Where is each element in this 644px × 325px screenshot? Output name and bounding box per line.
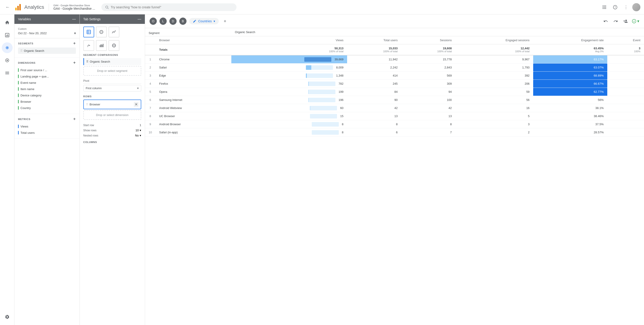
row-engaged-sessions: 2 (456, 128, 533, 136)
back-button[interactable]: ← (4, 3, 12, 12)
svg-rect-17 (6, 35, 6, 36)
drop-dimension-label: Drop or select dimension (96, 113, 128, 117)
dim-event-name[interactable]: Event name (18, 80, 76, 86)
pivot-select[interactable]: First column ▾ (83, 85, 142, 92)
add-user-button[interactable] (622, 17, 630, 25)
redo-button[interactable] (612, 17, 620, 25)
remove-row-button[interactable]: ✕ (134, 102, 138, 107)
svg-rect-5 (603, 6, 604, 6)
undo-button[interactable] (602, 17, 610, 25)
row-engagement-rate: 56% (533, 96, 607, 104)
nav-home[interactable] (2, 17, 12, 28)
nav-configure[interactable] (2, 68, 12, 78)
more-options-button[interactable]: ⋮ (622, 3, 630, 12)
date-label: Custom (18, 28, 76, 30)
date-arrow-icon: ▾ (74, 31, 76, 35)
row-engagement-rate: 28.57% (533, 128, 607, 136)
chart-type-table[interactable] (83, 26, 94, 38)
svg-text:?: ? (614, 6, 616, 8)
svg-rect-12 (604, 8, 604, 9)
segment-name: Organic Search (24, 49, 44, 52)
dim-first-user-source[interactable]: First user source / ... (18, 67, 76, 73)
add-dimension-button[interactable]: + (73, 60, 76, 65)
row-views: 8 (231, 120, 347, 128)
search-input[interactable] (110, 6, 233, 9)
segment-comp-organic[interactable]: ⠿ Organic Search (83, 58, 142, 65)
row-rank: 8 (145, 112, 156, 120)
add-segment-button[interactable]: + (73, 41, 76, 46)
user-avatar[interactable] (632, 3, 640, 11)
badge-B[interactable]: B (179, 18, 186, 25)
save-dropdown[interactable]: ▾ (637, 19, 639, 24)
dim-name: Country (20, 106, 31, 110)
table-row: 10 Safari (in-app) 8 6 7 2 28.57% (145, 128, 644, 136)
svg-rect-26 (5, 73, 9, 73)
add-tab-button[interactable]: + (222, 18, 229, 25)
row-event (607, 72, 644, 80)
totals-rank (145, 44, 156, 56)
tab-settings-title: Tab Settings (83, 17, 101, 21)
home-icon (5, 20, 10, 25)
row-rank: 6 (145, 96, 156, 104)
add-metric-button[interactable]: + (73, 117, 76, 122)
drop-dimension-zone[interactable]: Drop or select dimension (83, 110, 142, 120)
variables-minimize[interactable]: — (72, 17, 76, 21)
app-logo: Analytics (14, 3, 44, 11)
badge-O[interactable]: O (150, 18, 157, 25)
segments-section: SEGMENTS + ⠿ Organic Search (14, 38, 80, 58)
tab-countries[interactable]: Countries ▾ (189, 18, 219, 24)
dim-item-name[interactable]: Item name (18, 86, 76, 92)
chart-type-bar[interactable] (96, 40, 107, 51)
dim-name: Event name (20, 81, 36, 84)
table-header: Segment Organic Search (145, 28, 644, 36)
row-browser: UC Browser (156, 112, 231, 120)
show-rows-select[interactable]: 10 ▾ (136, 128, 141, 132)
nav-reports[interactable] (2, 30, 12, 40)
search-bar[interactable] (101, 4, 236, 11)
chart-type-scatter[interactable] (83, 40, 94, 51)
drag-icon: ⠿ (86, 103, 88, 106)
start-row-value[interactable]: 1 (140, 124, 141, 127)
metric-total-users[interactable]: Total users (18, 130, 76, 136)
nav-advertising[interactable] (2, 55, 12, 66)
nested-rows-select[interactable]: No ▾ (135, 134, 141, 137)
segments-label: SEGMENTS (18, 42, 33, 45)
data-table: Segment Organic Search Browser Views Tot… (145, 28, 644, 136)
segment-comparisons-section: SEGMENT COMPARISONS ⠿ Organic Search Dro… (83, 54, 142, 76)
chart-type-donut[interactable] (96, 26, 107, 38)
dim-landing-page[interactable]: Landing page + que... (18, 73, 76, 80)
segment-chip-organic[interactable]: ⠿ Organic Search (18, 48, 76, 54)
row-engaged-sessions: 9,967 (456, 55, 533, 64)
drop-segment-zone[interactable]: Drop or select segment (83, 66, 142, 76)
badge-L[interactable]: L (160, 18, 167, 25)
show-rows-field: Show rows 10 ▾ (83, 128, 142, 132)
metric-dot (18, 131, 19, 134)
help-button[interactable]: ? (611, 3, 620, 12)
save-button[interactable]: ▾ (632, 17, 640, 25)
row-views: 8,009 (231, 64, 347, 72)
row-engagement-rate: 66.67% (533, 80, 607, 88)
totals-engagement-rate: 63.45% Avg 0% (533, 44, 607, 56)
row-chip-browser[interactable]: ⠿ Browser ✕ (83, 100, 142, 109)
dim-browser[interactable]: Browser (18, 98, 76, 105)
show-rows-value: 10 (136, 128, 139, 132)
svg-rect-19 (8, 35, 8, 36)
metric-views[interactable]: Views (18, 123, 76, 130)
row-rank: 3 (145, 72, 156, 80)
date-selector[interactable]: Oct 22 - Nov 20, 2022 ▾ (18, 31, 76, 35)
nav-settings[interactable] (2, 312, 12, 322)
grid-button[interactable] (600, 3, 609, 12)
badge-D[interactable]: D (170, 18, 176, 25)
dim-country[interactable]: Country (18, 105, 76, 111)
row-rank: 10 (145, 128, 156, 136)
dim-device-category[interactable]: Device category (18, 92, 76, 98)
chart-type-line[interactable] (108, 26, 120, 38)
dim-dot (18, 87, 19, 91)
svg-rect-13 (605, 8, 606, 9)
pivot-value: First column (86, 86, 102, 90)
segment-col-header: Segment (145, 28, 231, 36)
totals-event: 3 100% (607, 44, 644, 56)
chart-type-geo[interactable] (108, 40, 120, 51)
nav-explore[interactable] (2, 42, 12, 53)
tab-settings-minimize[interactable]: — (138, 17, 141, 21)
